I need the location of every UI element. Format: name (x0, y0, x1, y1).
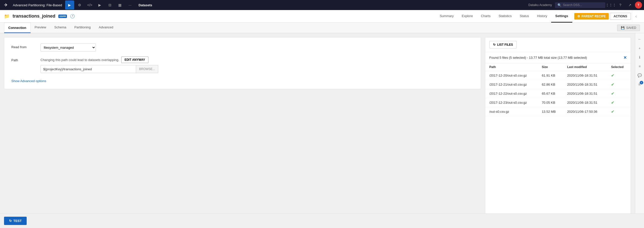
read-from-control: filesystem_managedfilesystem_explicitS3G… (41, 43, 96, 51)
read-from-label: Read from (11, 43, 36, 49)
files-summary: Found 5 files (5 selected) - 13.77 MB to… (485, 52, 631, 63)
secondary-header: 📁 transactions_joined GDPR 🕐 Summary Exp… (0, 10, 644, 23)
path-input-row: BROWSE... (41, 65, 158, 73)
datasets-label: Datasets (136, 3, 155, 7)
actions-button[interactable]: ACTIONS (610, 13, 631, 20)
search-icon: 🔍 (557, 3, 561, 7)
saved-button: 💾 SAVED (617, 25, 640, 31)
edit-anyway-button[interactable]: EDIT ANYWAY (121, 56, 148, 63)
subtab-connection[interactable]: Connection (4, 23, 31, 33)
file-last-modified: 2020/11/06-17:50:36 (563, 107, 607, 116)
tab-statistics[interactable]: Statistics (495, 10, 516, 23)
file-path: /2017-12-21/out-s0.csv.gz (485, 80, 538, 89)
path-warning-text: Changing this path could lead to dataset… (41, 58, 119, 62)
back-arrow-icon[interactable]: ‹ (632, 10, 640, 23)
file-size: 61.91 KB (538, 71, 563, 80)
check-icon: ✔ (611, 100, 614, 105)
folder-icon: 📁 (4, 14, 10, 19)
read-from-select[interactable]: filesystem_managedfilesystem_explicitS3G… (41, 43, 96, 51)
file-path: /2017-12-20/out-s0.csv.gz (485, 71, 538, 80)
close-icon[interactable]: ✕ (623, 55, 627, 60)
file-selected: ✔ (607, 98, 631, 107)
files-summary-text: Found 5 files (5 selected) - 13.77 MB to… (489, 56, 587, 60)
main-nav-tabs: Summary Explore Charts Statistics Status… (436, 10, 640, 23)
nav-more-btn[interactable]: ··· (126, 1, 135, 10)
sidebar-list-icon[interactable]: ≡ (636, 62, 644, 70)
file-last-modified: 2020/11/06-18:31:51 (563, 89, 607, 98)
nav-print-btn[interactable]: ⊟ (105, 1, 114, 10)
test-button[interactable]: ↻ TEST (4, 217, 27, 218)
top-navigation: ✈ Advanced Partitioning: File-Based ▶ ⚙ … (0, 0, 644, 10)
right-panel: ↻ LIST FILES Found 5 files (5 selected) … (485, 37, 631, 214)
subtab-advanced[interactable]: Advanced (95, 22, 117, 33)
tab-status[interactable]: Status (516, 10, 533, 23)
file-selected: ✔ (607, 89, 631, 98)
sidebar-chat-icon[interactable]: 💬 (636, 71, 644, 79)
dataset-name: transactions_joined (13, 14, 55, 19)
check-icon: ✔ (611, 82, 614, 87)
read-from-row: Read from filesystem_managedfilesystem_e… (11, 43, 474, 51)
files-table: Path Size Last modified Selected /2017-1… (485, 63, 631, 214)
content-area: Read from filesystem_managedfilesystem_e… (0, 33, 635, 218)
sidebar-back-icon[interactable]: ← (636, 35, 644, 43)
tab-history[interactable]: History (533, 10, 551, 23)
table-row: /out-s0.csv.gz 13.52 MB 2020/11/06-17:50… (485, 107, 631, 116)
sidebar-number-icon[interactable]: ④ 4 (636, 80, 644, 88)
help-icon-btn[interactable]: ? (616, 1, 625, 10)
file-size: 13.52 MB (538, 107, 563, 116)
subtab-preview[interactable]: Preview (31, 22, 50, 33)
search-input[interactable] (563, 3, 603, 7)
refresh-icon: ↻ (493, 43, 496, 46)
subtab-schema[interactable]: Schema (50, 22, 70, 33)
recipe-icon: ⚙ (577, 15, 580, 18)
subtab-partitioning[interactable]: Partitioning (70, 22, 95, 33)
parent-recipe-button[interactable]: ⚙ PARENT RECIPE (574, 13, 609, 20)
table-row: /2017-12-21/out-s0.csv.gz 62.86 KB 2020/… (485, 80, 631, 89)
file-last-modified: 2020/11/06-18:31:51 (563, 98, 607, 107)
gdpr-badge: GDPR (58, 15, 67, 18)
file-size: 65.67 KB (538, 89, 563, 98)
path-warning-row: Changing this path could lead to dataset… (41, 56, 158, 63)
advanced-options-row: Show Advanced options (11, 79, 474, 83)
col-path: Path (485, 63, 538, 71)
tab-explore[interactable]: Explore (458, 10, 477, 23)
col-selected: Selected (607, 63, 631, 71)
save-icon: 💾 (621, 26, 625, 30)
right-sidebar: ← + ℹ ≡ 💬 ④ 4 (635, 33, 644, 218)
path-input[interactable] (41, 65, 136, 73)
path-control: Changing this path could lead to dataset… (41, 56, 158, 73)
list-files-button[interactable]: ↻ LIST FILES (489, 41, 517, 48)
browse-button[interactable]: BROWSE... (136, 65, 158, 73)
nav-play-btn[interactable]: ▶ (95, 1, 104, 10)
settings-subtabs: Connection Preview Schema Partitioning A… (0, 23, 644, 33)
show-advanced-link[interactable]: Show Advanced options (11, 79, 46, 83)
sidebar-info-icon[interactable]: ℹ (636, 53, 644, 61)
tab-summary[interactable]: Summary (436, 10, 458, 23)
tab-charts[interactable]: Charts (477, 10, 495, 23)
table-row: /2017-12-23/out-s0.csv.gz 70.05 KB 2020/… (485, 98, 631, 107)
tab-settings[interactable]: Settings (551, 10, 572, 23)
search-box[interactable]: 🔍 (555, 2, 605, 8)
main-content: Read from filesystem_managedfilesystem_e… (0, 33, 644, 218)
bottom-bar: ↻ TEST (0, 213, 644, 218)
files-header: ↻ LIST FILES (485, 37, 631, 52)
file-size: 62.86 KB (538, 80, 563, 89)
file-path: /2017-12-23/out-s0.csv.gz (485, 98, 538, 107)
trend-icon-btn[interactable]: ↗ (625, 1, 634, 10)
nav-widget-btn[interactable]: ▦ (115, 1, 125, 10)
file-path: /2017-12-22/out-s0.csv.gz (485, 89, 538, 98)
nav-code-btn[interactable]: </> (85, 1, 94, 10)
nav-arrow-btn[interactable]: ▶ (65, 1, 74, 10)
left-panel: Read from filesystem_managedfilesystem_e… (4, 37, 481, 214)
sidebar-plus-icon[interactable]: + (636, 44, 644, 52)
project-title: Advanced Partitioning: File-Based (11, 3, 64, 7)
file-last-modified: 2020/11/06-18:31:51 (563, 80, 607, 89)
nav-cog-btn[interactable]: ⚙ (75, 1, 84, 10)
file-selected: ✔ (607, 80, 631, 89)
table-row: /2017-12-22/out-s0.csv.gz 65.67 KB 2020/… (485, 89, 631, 98)
check-icon: ✔ (611, 91, 614, 96)
grid-icon-btn[interactable]: ⋮⋮⋮ (606, 1, 615, 10)
path-label: Path (11, 56, 36, 62)
file-path: /out-s0.csv.gz (485, 107, 538, 116)
path-row: Path Changing this path could lead to da… (11, 56, 474, 73)
